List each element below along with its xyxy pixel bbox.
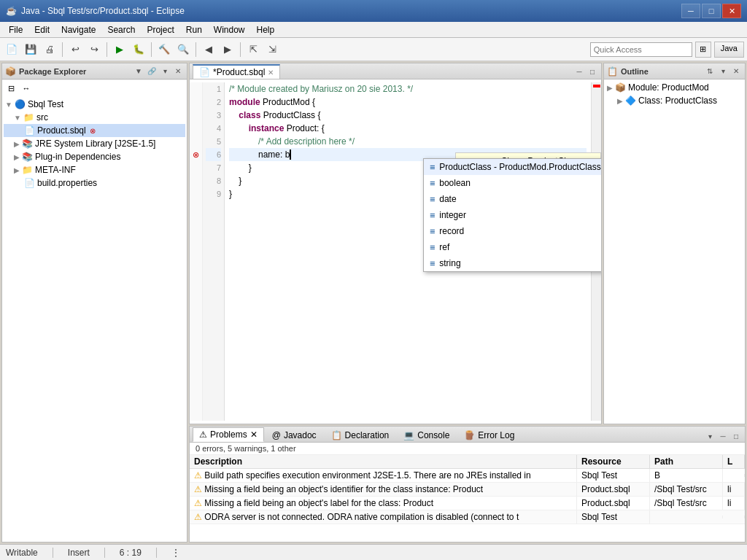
problems-table: 0 errors, 5 warnings, 1 other Descriptio…: [190, 443, 745, 542]
problem-row-3[interactable]: ⚠ Missing a field being an object's labe…: [190, 497, 745, 510]
problems-view-menu[interactable]: ▾: [704, 430, 716, 442]
tree-label-build-properties: build.properties: [37, 178, 97, 188]
forward-button[interactable]: ▶: [219, 41, 236, 58]
editor-tab-product-sbql[interactable]: 📄 *Product.sbql ✕: [193, 64, 280, 79]
tree-label-src: src: [36, 112, 48, 122]
save-button[interactable]: 💾: [22, 41, 39, 58]
menu-edit[interactable]: Edit: [28, 23, 55, 36]
editor-controls: ─ □: [573, 66, 598, 79]
tree-item-jre[interactable]: ▶ 📚 JRE System Library [J2SE-1.5]: [4, 137, 185, 150]
close-button[interactable]: ✕: [722, 4, 741, 18]
ac-label: record: [439, 226, 464, 236]
maximize-editor-button[interactable]: □: [587, 66, 598, 77]
code-area[interactable]: ⊗ 1 2 3 4 5 6 7 8 9: [190, 79, 601, 424]
warning-icon: ⚠: [194, 512, 202, 522]
back-button[interactable]: ◀: [200, 41, 217, 58]
code-line-2: module ProductMod {: [229, 96, 587, 109]
tree-label-sbqltest: Sbql Test: [28, 99, 63, 109]
problem-resource-4: Sbql Test: [577, 510, 650, 524]
tab-javadoc[interactable]: @ Javadoc: [266, 427, 323, 442]
new-button[interactable]: 📄: [3, 41, 20, 58]
window-title: Java - Sbql Test/src/Product.sbql - Ecli…: [21, 6, 185, 16]
status-sep-1: [53, 548, 53, 558]
next-button[interactable]: ⇲: [263, 41, 281, 58]
tab-problems[interactable]: ⚠ Problems ✕: [193, 427, 264, 442]
menu-window[interactable]: Window: [208, 23, 251, 36]
undo-button[interactable]: ↩: [66, 41, 84, 58]
expand-icon: ▶: [617, 97, 623, 105]
tab-problems-close[interactable]: ✕: [250, 429, 258, 440]
center-right-area: 📄 *Product.sbql ✕ ─ □: [189, 63, 746, 542]
sync-button[interactable]: ↔: [19, 82, 34, 95]
expand-icon: ▶: [14, 140, 20, 148]
ac-item-productclass[interactable]: ≡ ProductClass - ProductMod.ProductClass: [424, 159, 601, 175]
outline-view-menu-button[interactable]: ▾: [717, 66, 729, 77]
ac-type-icon: ≡: [430, 210, 435, 220]
tree-item-build-properties[interactable]: 📄 build.properties: [4, 176, 185, 190]
ac-item-ref[interactable]: ≡ ref: [424, 239, 601, 255]
perspective-button[interactable]: ⊞: [695, 42, 711, 58]
outline-title: Outline: [621, 67, 649, 76]
ac-item-record[interactable]: ≡ record: [424, 223, 601, 239]
maximize-bottom-button[interactable]: □: [730, 430, 742, 442]
outline-close-button[interactable]: ✕: [730, 66, 742, 77]
outline-item-module[interactable]: ▶ 📦 Module: ProductMod: [605, 81, 743, 94]
print-button[interactable]: 🖨: [41, 41, 58, 58]
menu-help[interactable]: Help: [251, 23, 281, 36]
problem-resource-2: Product.sbql: [577, 483, 650, 496]
link-button[interactable]: 🔗: [146, 66, 158, 77]
tab-console[interactable]: 💻 Console: [397, 427, 456, 442]
menu-navigate[interactable]: Navigate: [55, 23, 101, 36]
quick-access-input[interactable]: [590, 42, 692, 57]
collapse-all-button[interactable]: ▼: [133, 66, 144, 77]
tab-file-icon: 📄: [199, 67, 210, 77]
col-header-location: L: [723, 455, 745, 468]
menu-project[interactable]: Project: [141, 23, 179, 36]
menu-search[interactable]: Search: [101, 23, 141, 36]
collapse-tree-button[interactable]: ⊟: [4, 82, 18, 95]
search-toolbar-button[interactable]: 🔍: [174, 41, 192, 58]
title-bar-left: ☕ Java - Sbql Test/src/Product.sbql - Ec…: [6, 6, 185, 16]
tab-declaration-label: Declaration: [345, 430, 390, 440]
tree-item-sbqltest[interactable]: ▼ 🔵 Sbql Test: [4, 98, 185, 111]
ac-item-string[interactable]: ≡ string: [424, 255, 601, 271]
ac-label: date: [439, 194, 456, 204]
file-icon: 📄: [24, 178, 35, 188]
navigate-button[interactable]: ⇱: [244, 41, 262, 58]
ac-item-integer[interactable]: ≡ integer: [424, 207, 601, 223]
tree-item-metainf[interactable]: ▶ 📁 META-INF: [4, 163, 185, 176]
bottom-tab-bar: ⚠ Problems ✕ @ Javadoc 📋 Declaration 💻 C…: [190, 427, 745, 443]
problem-row-4[interactable]: ⚠ ODRA server is not connected. ODRA nat…: [190, 510, 745, 524]
problem-row-2[interactable]: ⚠ Missing a field being an object's iden…: [190, 483, 745, 497]
build-button[interactable]: 🔨: [155, 41, 173, 58]
problem-path-2: /Sbql Test/src: [650, 483, 723, 496]
line-num-5: 5: [206, 135, 221, 148]
problem-loc-4: [723, 516, 745, 518]
tab-errorlog[interactable]: 🪵 Error Log: [457, 427, 521, 442]
debug-button[interactable]: 🐛: [130, 41, 147, 58]
outline-sort-button[interactable]: ⇅: [704, 66, 716, 77]
tree-item-plugins[interactable]: ▶ 📚 Plug-in Dependencies: [4, 150, 185, 163]
ac-item-boolean[interactable]: ≡ boolean: [424, 175, 601, 191]
minimize-bottom-button[interactable]: ─: [717, 430, 729, 442]
redo-button[interactable]: ↪: [85, 41, 103, 58]
maximize-button[interactable]: □: [702, 4, 721, 18]
tab-declaration[interactable]: 📋 Declaration: [325, 427, 396, 442]
tree-item-product-sbql[interactable]: 📄 Product.sbql ⊗: [4, 124, 185, 137]
outline-label-module: Module: ProductMod: [628, 82, 709, 93]
tree-item-src[interactable]: ▼ 📁 src: [4, 111, 185, 124]
minimize-button[interactable]: ─: [681, 4, 700, 18]
view-menu-button[interactable]: ▾: [159, 66, 171, 77]
minimize-editor-button[interactable]: ─: [573, 66, 585, 77]
tab-close-button[interactable]: ✕: [268, 69, 274, 77]
ac-item-date[interactable]: ≡ date: [424, 191, 601, 207]
outline-item-class[interactable]: ▶ 🔷 Class: ProductClass: [605, 94, 743, 107]
error-overlay-icon: ⊗: [90, 127, 96, 135]
menu-file[interactable]: File: [3, 23, 28, 36]
java-perspective-button[interactable]: Java: [714, 42, 744, 58]
problem-row-1[interactable]: ⚠ Build path specifies execution environ…: [190, 469, 745, 483]
menu-run[interactable]: Run: [180, 23, 208, 36]
run-button[interactable]: ▶: [111, 41, 128, 58]
close-panel-button[interactable]: ✕: [172, 66, 184, 77]
line-num-4: 4: [206, 122, 221, 135]
